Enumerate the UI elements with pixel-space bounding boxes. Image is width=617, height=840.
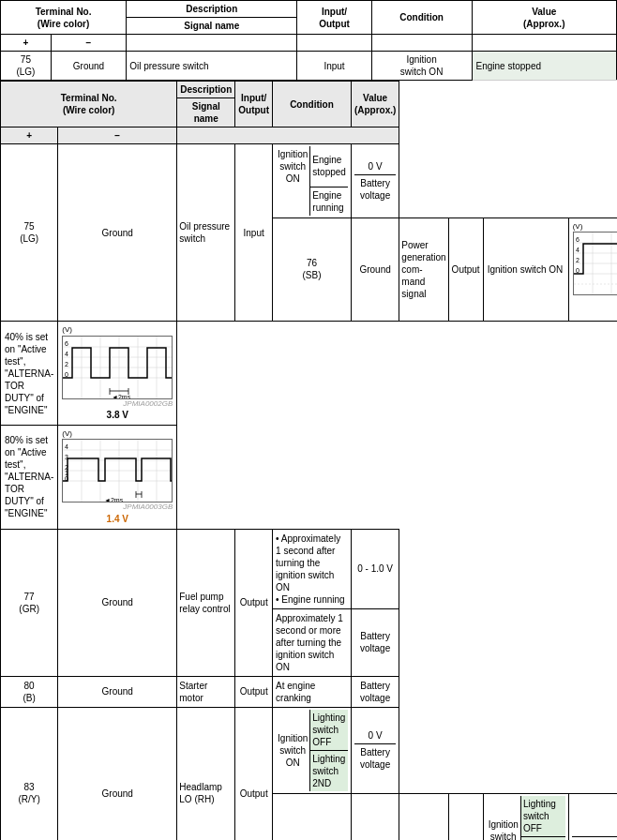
term-84-minus: Ground (351, 793, 399, 840)
cond-group-83: Ignitionswitch ON (276, 710, 310, 791)
cond-group-84: Ignitionswitch ON (487, 796, 521, 840)
terminal-75: 75(LG) (1, 52, 52, 81)
val-83-2: Battery voltage (354, 744, 396, 773)
cond-84-1: Lighting switch OFF (520, 796, 564, 837)
val-75-2: Battery voltage (354, 174, 396, 203)
svg-text:0: 0 (576, 267, 579, 274)
header-description: Description (127, 1, 297, 18)
sig-77: Fuel pump relay control (177, 529, 235, 676)
terminal-table: Terminal No.(Wire color) Description Inp… (0, 0, 617, 81)
terminal-75-plus: Ground (51, 52, 126, 81)
val-83-1: 0 V (354, 728, 396, 744)
chart2-svg: 6 4 2 0 ◄2ms (63, 337, 173, 399)
cond-77-2: Approximately 1 second or more after tur… (273, 608, 352, 676)
svg-text:4: 4 (65, 443, 68, 450)
io-84: Output (448, 793, 483, 840)
term-83: 83(R/Y) (1, 707, 58, 840)
chart3-svg: 4 3 2 1 0 ◄2ms (63, 440, 173, 502)
val-76-3: (V) 4 3 2 1 (58, 426, 177, 530)
header-value: Value(Approx.) (472, 1, 616, 35)
cond-83-2: Lighting switch 2ND (310, 750, 348, 791)
cond-group-75: Ignitionswitch ON (371, 52, 472, 81)
chart2-value: 3.8 V (107, 409, 128, 421)
val-77-2: Battery voltage (351, 608, 399, 676)
header-plus: + (1, 35, 52, 52)
cond-76-1: Ignition switch ON (483, 218, 568, 322)
term-77: 77(GR) (1, 529, 58, 676)
cond-75-1: Engine stopped (472, 52, 616, 81)
io-83: Output (235, 707, 273, 840)
header-condition: Condition (371, 1, 472, 35)
term-80-minus: Ground (58, 676, 177, 707)
io-80: Output (235, 676, 273, 707)
hdr-minus: − (58, 128, 177, 144)
sig-76: Power generation com-mand signal (399, 218, 448, 322)
hdr-terminal: Terminal No.(Wire color) (1, 82, 177, 128)
val-76-2: (V) 6 4 2 0 (58, 322, 177, 426)
io-75: Input (235, 144, 273, 322)
hdr-description: Description (177, 82, 235, 98)
chart3-value: 1.4 V (107, 513, 128, 525)
sig-75: Oil pressure switch (177, 144, 235, 322)
io-75: Input (297, 52, 371, 81)
header-terminal: Terminal No.(Wire color) (1, 1, 127, 35)
cond-80-1: At engine cranking (273, 676, 352, 707)
io-77: Output (235, 529, 273, 676)
term-84: 84(L) (273, 793, 352, 840)
sig-83: Headlamp LO (RH) (177, 707, 235, 840)
cond-77-1: • Approximately 1 second after turning t… (273, 529, 352, 608)
signal-75: Oil pressure switch (127, 52, 297, 81)
cond-group-75: Ignitionswitch ON (276, 146, 310, 187)
header-signal: Signal name (127, 18, 297, 35)
term-75: 75(LG) (1, 144, 58, 322)
cond-84-2: Lighting switch 2ND (520, 836, 564, 840)
term-83-minus: Ground (58, 707, 177, 840)
svg-text:4: 4 (65, 351, 68, 357)
svg-text:◄2ms: ◄2ms (112, 394, 131, 399)
svg-text:6: 6 (65, 340, 68, 347)
svg-text:6: 6 (576, 236, 579, 243)
svg-text:2: 2 (65, 361, 68, 368)
term-80: 80(B) (1, 676, 58, 707)
svg-text:2: 2 (576, 257, 579, 263)
term-75-minus: Ground (58, 144, 177, 322)
val-76-1: (V) (568, 218, 617, 322)
cond-75-1: Engine stopped (310, 146, 348, 187)
sig-84: Headlamp LO (LH) (399, 793, 448, 840)
val-75-1: 0 V (354, 158, 396, 175)
terminal-table-main: Terminal No.(Wire color) Description Inp… (0, 81, 617, 840)
hdr-plus: + (1, 128, 58, 144)
svg-text:0: 0 (65, 371, 68, 378)
cond-83-1: Lighting switch OFF (310, 710, 348, 751)
val-80-1: Battery voltage (351, 676, 399, 707)
svg-text:4: 4 (576, 247, 579, 253)
cond-75-2: Engine running (310, 187, 348, 216)
sig-80: Starter motor (177, 676, 235, 707)
header-minus: − (51, 35, 126, 52)
term-76: 76(SB) (273, 218, 352, 322)
chart1-svg: 6 4 2 0 ◄2ms (574, 232, 617, 295)
cond-76-3-cell: 80% is set on "Active test", "ALTERNA-TO… (1, 426, 58, 530)
svg-text:◄2ms: ◄2ms (104, 497, 124, 502)
header-io: Input/Output (297, 1, 371, 35)
hdr-condition: Condition (273, 82, 352, 128)
val-84-2: Battery voltage (572, 836, 617, 840)
val-77-1: 0 - 1.0 V (351, 529, 399, 608)
term-77-minus: Ground (58, 529, 177, 676)
io-76: Output (448, 218, 483, 322)
term-76-minus: Ground (351, 218, 399, 322)
hdr-value: Value(Approx.) (351, 82, 399, 128)
val-84-1: 0 V (572, 820, 617, 837)
hdr-signal: Signal name (177, 98, 235, 128)
cond-76-2: 40% is set on "Active test", "ALTERNA-TO… (1, 322, 58, 426)
hdr-io: Input/Output (235, 82, 273, 128)
